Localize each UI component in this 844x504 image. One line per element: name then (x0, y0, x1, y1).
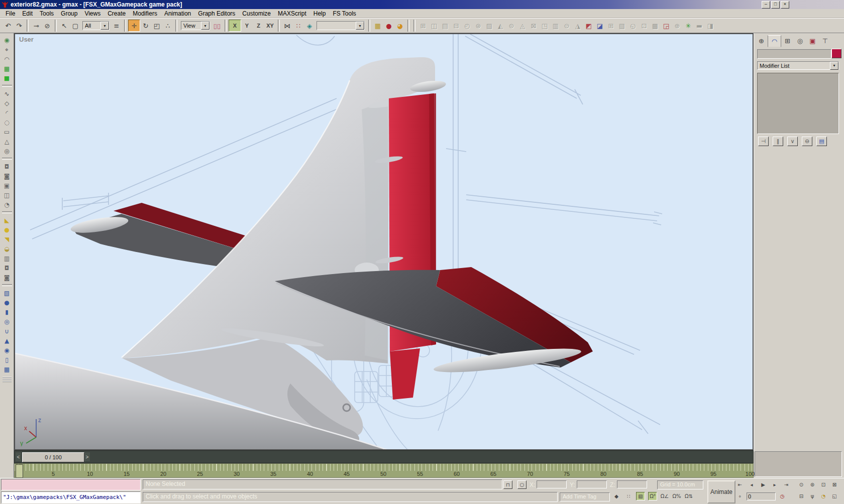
cone-primitive-icon[interactable]: ▲ (2, 336, 13, 345)
orbit-view-icon[interactable]: ◫ (2, 190, 13, 200)
time-slider-next-arrow[interactable]: > (84, 452, 90, 461)
min-max-toggle-icon[interactable]: ◱ (830, 492, 839, 500)
line-shape-icon[interactable]: ∿ (2, 89, 13, 98)
grid-helper-icon[interactable]: ▦ (2, 64, 13, 73)
go-to-start-button[interactable]: ⇤ (735, 480, 745, 489)
swivel-view-icon[interactable]: ◔ (2, 200, 13, 209)
spinner-snap-icon[interactable]: Ω⇅ (684, 492, 693, 500)
spotlight-icon[interactable]: ◣ (2, 215, 13, 225)
crossing-selection-icon[interactable]: ◆ (612, 492, 621, 500)
previous-frame-button[interactable]: ◂ (747, 480, 756, 489)
remove-modifier-button[interactable]: ⊖ (802, 137, 812, 146)
configure-modifier-sets-button[interactable]: ▤ (816, 137, 827, 146)
select-and-rotate-icon[interactable]: ↻ (140, 20, 151, 31)
fs-tool-icon-14[interactable]: ⊝ (561, 20, 572, 31)
fs-tool-icon-21[interactable]: ⊡ (639, 20, 650, 31)
menu-item-tools[interactable]: Tools (36, 10, 57, 18)
zoom-icon[interactable]: ⊙ (797, 480, 806, 489)
directional-light-icon[interactable]: ◒ (2, 244, 13, 254)
track-bar[interactable]: 5101520253035404550556065707580859095100 (14, 463, 754, 478)
menu-item-create[interactable]: Create (104, 10, 129, 18)
fs-tool-icon-8[interactable]: ◭ (495, 20, 506, 31)
camera-view-icon[interactable]: ▣ (2, 181, 13, 190)
current-frame-field[interactable] (747, 492, 776, 500)
free-camera-icon[interactable]: ◘ (2, 162, 13, 171)
key-mode-toggle-button[interactable]: ∘ (735, 492, 745, 500)
motion-tab[interactable]: ◎ (794, 35, 806, 46)
fs-tool-icon-6[interactable]: ⊛ (473, 20, 484, 31)
menu-item-fs-tools[interactable]: FS Tools (329, 10, 359, 18)
mirror-icon[interactable]: ⋈ (282, 20, 293, 31)
z-coordinate-field[interactable] (617, 480, 647, 488)
menu-item-file[interactable]: File (2, 10, 19, 18)
menu-item-maxscript[interactable]: MAXScript (274, 10, 310, 18)
menu-item-modifiers[interactable]: Modifiers (129, 10, 161, 18)
animate-button[interactable]: Animate (707, 480, 735, 503)
degradation-override-icon[interactable]: ▧ (636, 492, 645, 500)
rectangular-selection-region-icon[interactable]: ▢ (70, 20, 81, 31)
region-zoom-icon[interactable]: ⊟ (797, 492, 806, 500)
angle-snap-icon[interactable]: Ω∠ (660, 492, 669, 500)
fs-tool-icon-15[interactable]: ◮ (572, 20, 583, 31)
absolute-offset-mode-icon[interactable]: ○ (517, 480, 526, 489)
close-button[interactable]: × (781, 1, 789, 9)
reference-coordinate-system-dropdown[interactable]: View▾ (181, 21, 210, 30)
percent-snap-icon[interactable]: Ω% (672, 492, 681, 500)
restrict-x-button[interactable]: X (229, 20, 241, 32)
cylinder-primitive-icon[interactable]: ▮ (2, 307, 13, 317)
ngon-shape-icon[interactable]: ◇ (2, 98, 13, 108)
hierarchy-tab[interactable]: ⊞ (781, 35, 794, 46)
menu-item-group[interactable]: Group (57, 10, 81, 18)
stereo-camera-icon[interactable]: ◘ (2, 263, 13, 273)
menu-item-edit[interactable]: Edit (19, 10, 36, 18)
undo-icon[interactable]: ↶ (3, 20, 14, 31)
selection-filter-dropdown[interactable]: All▾ (82, 21, 110, 30)
film-camera-icon[interactable]: ▥ (2, 254, 13, 263)
make-unique-button[interactable]: ∨ (787, 137, 798, 146)
utilities-tab[interactable]: ⊤ (819, 35, 831, 46)
time-slider-handle[interactable]: 0 / 100 (22, 452, 84, 462)
zoom-extents-icon[interactable]: ⊡ (819, 480, 828, 489)
object-name-field[interactable] (757, 49, 831, 59)
fs-tool-icon-24[interactable]: ⊕ (672, 20, 683, 31)
array-icon[interactable]: ∷ (293, 20, 304, 31)
track-bar-frame-marker[interactable] (16, 464, 23, 478)
restrict-y-button[interactable]: Y (241, 20, 253, 31)
selection-lock-icon[interactable]: ⊓ (503, 480, 512, 489)
fs-tool-icon-5[interactable]: ◴ (462, 20, 473, 31)
arc-rotate-icon[interactable]: ◔ (819, 492, 828, 500)
create-tab[interactable]: ⊕ (755, 35, 768, 46)
chevron-down-icon[interactable]: ▾ (830, 62, 838, 70)
y-coordinate-field[interactable] (577, 480, 607, 488)
fs-tool-icon-3[interactable]: ▤ (440, 20, 451, 31)
unlink-selection-icon[interactable]: ⊘ (42, 20, 53, 31)
fs-tool-icon-13[interactable]: ▥ (550, 20, 561, 31)
restrict-xy-plane-button[interactable]: XY (264, 20, 276, 31)
fs-tool-icon-18[interactable]: ⊞ (605, 20, 616, 31)
camera-pair-icon[interactable]: ◙ (2, 273, 13, 282)
minimize-button[interactable]: – (762, 1, 770, 9)
title-bar[interactable]: exterior82.gmax - gmax - [FSX_GMaxGamepa… (0, 0, 844, 9)
fs-tool-icon-16[interactable]: ◩ (583, 20, 594, 31)
target-camera-icon[interactable]: ◙ (2, 171, 13, 181)
named-selection-sets-dropdown[interactable]: ▾ (316, 21, 365, 30)
menu-item-animation[interactable]: Animation (161, 10, 194, 18)
next-frame-button[interactable]: ▸ (770, 480, 779, 489)
sphere-primitive-icon[interactable]: ● (2, 298, 13, 307)
modifier-stack-list[interactable] (757, 73, 839, 134)
use-pivot-point-center-icon[interactable]: ▯▯ (212, 20, 223, 31)
tape-helper-icon[interactable]: ◉ (2, 35, 13, 45)
select-by-name-icon[interactable]: ≡ (111, 20, 122, 31)
select-region-mode-icon[interactable]: ∷ (624, 492, 633, 500)
select-and-uniform-scale-icon[interactable]: ◰ (151, 20, 162, 31)
play-animation-button[interactable]: ▶ (759, 480, 768, 489)
polygon-shape-icon[interactable]: △ (2, 137, 13, 146)
time-configuration-button[interactable]: ◷ (778, 492, 787, 500)
select-and-link-icon[interactable]: ⊸ (31, 20, 42, 31)
maximize-button[interactable]: □ (771, 1, 780, 9)
select-and-manipulate-icon[interactable]: ∴ (162, 20, 173, 31)
pan-icon[interactable]: ψ (808, 492, 817, 500)
box-primitive-icon[interactable]: ▧ (2, 288, 13, 298)
menu-item-customize[interactable]: Customize (239, 10, 274, 18)
panel-drag-handle[interactable] (3, 377, 12, 383)
